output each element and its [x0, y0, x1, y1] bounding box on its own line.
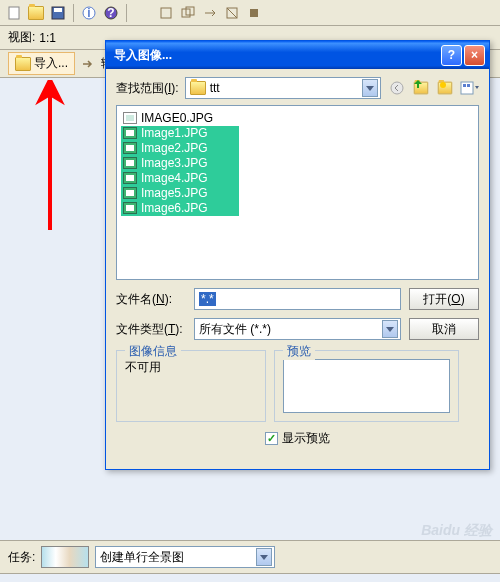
tool-icon-5[interactable] — [245, 4, 263, 22]
task-thumbnail — [41, 546, 89, 568]
chevron-down-icon[interactable] — [362, 79, 378, 97]
file-item[interactable]: Image6.JPG — [121, 200, 474, 215]
info-icon[interactable]: i — [80, 4, 98, 22]
view-menu-icon[interactable] — [459, 78, 479, 98]
svg-rect-16 — [467, 84, 470, 87]
tool-icon-4[interactable] — [223, 4, 241, 22]
import-button[interactable]: 导入... — [8, 52, 75, 75]
file-item[interactable]: IMAGE0.JPG — [121, 110, 474, 125]
svg-rect-0 — [9, 7, 19, 19]
filetype-label: 文件类型(T): — [116, 321, 186, 338]
checkbox-icon: ✓ — [265, 432, 278, 445]
save-icon[interactable] — [49, 4, 67, 22]
file-item[interactable]: Image3.JPG — [121, 155, 474, 170]
preview-box — [283, 359, 450, 413]
folder-icon — [190, 81, 206, 95]
back-icon[interactable] — [387, 78, 407, 98]
svg-rect-11 — [250, 9, 258, 17]
toolbar-separator — [73, 4, 74, 22]
image-file-icon — [123, 187, 137, 199]
image-file-icon — [123, 142, 137, 154]
image-file-icon — [123, 127, 137, 139]
imageinfo-group: 图像信息 不可用 — [116, 350, 266, 422]
new-folder-icon[interactable] — [435, 78, 455, 98]
file-item[interactable]: Image1.JPG — [121, 125, 474, 140]
folder-icon — [15, 57, 31, 71]
tool-icon-2[interactable] — [179, 4, 197, 22]
image-file-icon — [123, 112, 137, 124]
file-item[interactable]: Image4.JPG — [121, 170, 474, 185]
open-icon[interactable] — [27, 4, 45, 22]
svg-text:i: i — [87, 6, 90, 20]
tool-icon-3[interactable] — [201, 4, 219, 22]
up-icon[interactable] — [411, 78, 431, 98]
svg-rect-7 — [161, 8, 171, 18]
lookin-label: 查找范围(I): — [116, 80, 179, 97]
image-file-icon — [123, 172, 137, 184]
svg-rect-2 — [54, 8, 62, 12]
new-icon[interactable] — [5, 4, 23, 22]
import-label: 导入... — [34, 55, 68, 72]
watermark: Baidu 经验 — [421, 522, 492, 540]
view-value: 1:1 — [39, 31, 56, 45]
help-icon[interactable]: ? — [102, 4, 120, 22]
cancel-button[interactable]: 取消 — [409, 318, 479, 340]
help-button[interactable]: ? — [441, 45, 462, 66]
dialog-titlebar[interactable]: 导入图像... ? × — [106, 41, 489, 69]
annotation-arrow — [35, 80, 65, 233]
lookin-dropdown[interactable]: ttt — [185, 77, 381, 99]
svg-point-12 — [391, 82, 403, 94]
task-bar: 任务: 创建单行全景图 — [0, 540, 500, 574]
image-file-icon — [123, 202, 137, 214]
view-label: 视图: — [8, 29, 35, 46]
import-dialog: 导入图像... ? × 查找范围(I): ttt IMAG — [105, 40, 490, 470]
task-label: 任务: — [8, 549, 35, 566]
toolbar-separator — [126, 4, 127, 22]
arrow-icon[interactable] — [79, 55, 97, 73]
svg-rect-14 — [461, 82, 473, 94]
chevron-down-icon[interactable] — [382, 320, 398, 338]
imageinfo-text: 不可用 — [125, 360, 161, 374]
dialog-title: 导入图像... — [114, 47, 172, 64]
show-preview-checkbox[interactable]: ✓ 显示预览 — [265, 430, 330, 447]
preview-legend: 预览 — [283, 343, 315, 360]
svg-rect-15 — [463, 84, 466, 87]
task-dropdown[interactable]: 创建单行全景图 — [95, 546, 275, 568]
tool-icon-1[interactable] — [157, 4, 175, 22]
svg-point-13 — [440, 82, 446, 88]
file-list[interactable]: IMAGE0.JPG Image1.JPG Image2.JPG Image3.… — [116, 105, 479, 280]
preview-group: 预览 — [274, 350, 459, 422]
close-button[interactable]: × — [464, 45, 485, 66]
filetype-dropdown[interactable]: 所有文件 (*.*) — [194, 318, 401, 340]
main-toolbar: i ? — [0, 0, 500, 26]
imageinfo-legend: 图像信息 — [125, 343, 181, 360]
file-item[interactable]: Image2.JPG — [121, 140, 474, 155]
chevron-down-icon[interactable] — [256, 548, 272, 566]
folder-name: ttt — [210, 81, 220, 95]
file-item[interactable]: Image5.JPG — [121, 185, 474, 200]
open-button[interactable]: 打开(O) — [409, 288, 479, 310]
filename-input[interactable]: *.* — [194, 288, 401, 310]
filename-label: 文件名(N): — [116, 291, 186, 308]
svg-text:?: ? — [107, 6, 114, 20]
image-file-icon — [123, 157, 137, 169]
